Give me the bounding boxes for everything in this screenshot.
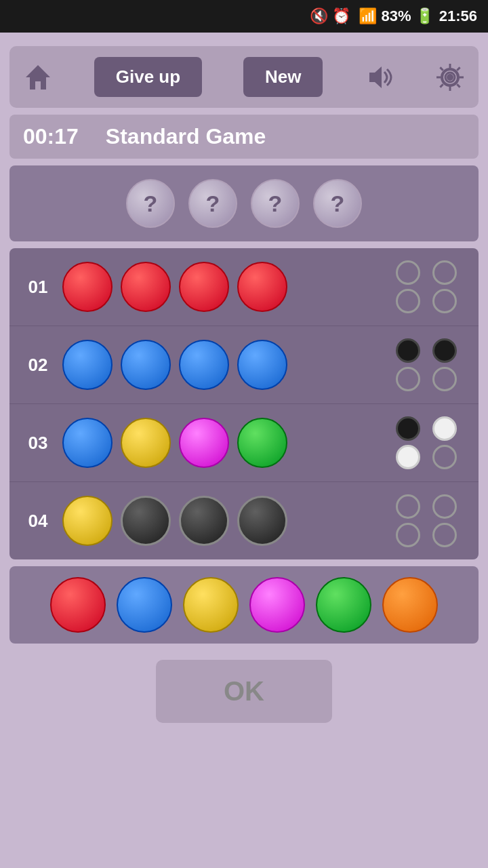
palette-red[interactable]: [50, 577, 106, 633]
palette-magenta[interactable]: [249, 577, 305, 633]
balls-row-3: [62, 418, 386, 468]
ok-button[interactable]: OK: [156, 660, 332, 723]
ball-4-1[interactable]: [62, 496, 113, 546]
guess-row-1: 01: [9, 248, 479, 326]
palette-yellow[interactable]: [183, 577, 239, 633]
svg-point-4: [447, 74, 453, 81]
home-icon: [23, 62, 53, 92]
row-number-2: 02: [20, 355, 56, 376]
peg-2-1: [396, 338, 420, 363]
peg-3-1: [396, 416, 420, 441]
ball-2-1[interactable]: [62, 340, 113, 390]
balls-row-4: [62, 496, 386, 546]
code-row: ? ? ? ?: [9, 165, 479, 241]
feedback-row-4: [393, 492, 468, 550]
home-button[interactable]: [23, 62, 53, 92]
code-slot-4: ?: [313, 179, 362, 228]
status-time: 21:56: [439, 7, 477, 25]
ball-1-2[interactable]: [121, 262, 171, 312]
feedback-row-2: [393, 336, 468, 394]
sound-button[interactable]: [364, 62, 394, 92]
row-number-4: 04: [20, 511, 56, 532]
palette-green[interactable]: [316, 577, 371, 633]
ball-3-1[interactable]: [62, 418, 113, 468]
ok-btn-container: OK: [9, 653, 479, 723]
guesses-container: 01 02: [9, 248, 479, 559]
color-palette: [9, 566, 479, 644]
peg-3-3: [396, 445, 420, 469]
row-number-1: 01: [20, 277, 56, 298]
peg-4-1: [396, 494, 420, 519]
peg-4-2: [432, 494, 457, 519]
ball-4-3[interactable]: [179, 496, 229, 546]
peg-1-2: [432, 260, 457, 285]
ball-4-2[interactable]: [121, 496, 171, 546]
peg-4-4: [432, 523, 457, 547]
code-slot-1: ?: [126, 179, 175, 228]
giveup-button[interactable]: Give up: [94, 57, 202, 97]
peg-4-3: [396, 523, 420, 547]
ball-1-4[interactable]: [237, 262, 287, 312]
balls-row-2: [62, 340, 386, 390]
ball-2-2[interactable]: [121, 340, 171, 390]
settings-button[interactable]: [435, 62, 465, 92]
status-bar: 🔇 ⏰ 📶 83% 🔋 21:56: [0, 0, 488, 33]
peg-1-4: [432, 289, 457, 313]
svg-marker-0: [26, 65, 50, 90]
palette-blue[interactable]: [117, 577, 172, 633]
ball-2-4[interactable]: [237, 340, 287, 390]
timer-display: 00:17: [23, 124, 79, 149]
ball-1-1[interactable]: [62, 262, 113, 312]
guess-row-2: 02: [9, 326, 479, 404]
ball-3-3[interactable]: [179, 418, 229, 468]
guess-row-4: 04: [9, 482, 479, 559]
gear-icon: [435, 62, 465, 92]
ball-1-3[interactable]: [179, 262, 229, 312]
ball-3-4[interactable]: [237, 418, 287, 468]
peg-2-3: [396, 367, 420, 391]
feedback-row-3: [393, 414, 468, 472]
svg-marker-1: [369, 66, 382, 88]
guess-row-3: 03: [9, 404, 479, 482]
feedback-row-1: [393, 258, 468, 316]
palette-orange[interactable]: [382, 577, 438, 633]
ball-4-4[interactable]: [237, 496, 287, 546]
peg-1-1: [396, 260, 420, 285]
peg-1-3: [396, 289, 420, 313]
peg-2-2: [432, 338, 457, 363]
row-number-3: 03: [20, 433, 56, 454]
code-slot-3: ?: [251, 179, 300, 228]
peg-3-2: [432, 416, 457, 441]
toolbar: Give up New: [9, 46, 479, 108]
game-container: Give up New 00:17 Standard Game ? ? ? ?: [0, 33, 488, 732]
balls-row-1: [62, 262, 386, 312]
peg-3-4: [432, 445, 457, 469]
game-mode: Standard Game: [106, 124, 266, 149]
sound-icon: [364, 62, 394, 92]
status-icons: 🔇 ⏰ 📶 83% 🔋: [310, 7, 434, 25]
peg-2-4: [432, 367, 457, 391]
code-slot-2: ?: [188, 179, 237, 228]
ball-3-2[interactable]: [121, 418, 171, 468]
timer-bar: 00:17 Standard Game: [9, 115, 479, 159]
new-button[interactable]: New: [243, 57, 323, 97]
ball-2-3[interactable]: [179, 340, 229, 390]
